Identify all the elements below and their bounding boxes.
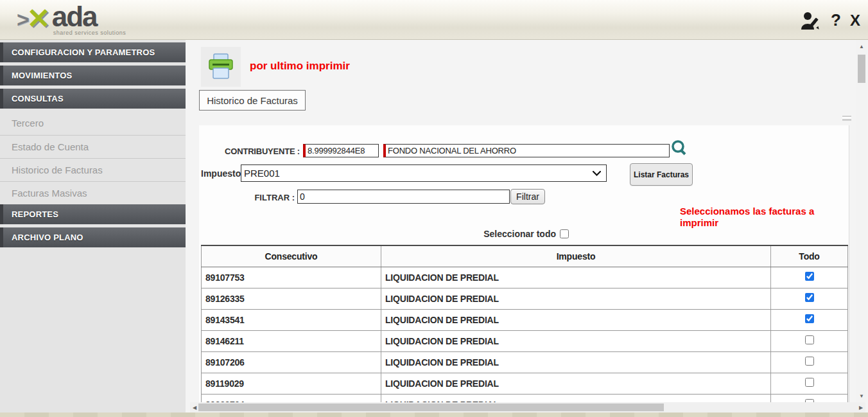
row-checkbox[interactable] xyxy=(805,272,814,281)
table-row: 89263704LIQUIDACION DE PREDIAL xyxy=(202,394,848,402)
cell-impuesto: LIQUIDACION DE PREDIAL xyxy=(381,330,771,351)
vertical-scrollbar[interactable]: ▲ ▼ xyxy=(856,40,867,402)
cell-consecutivo: 89126335 xyxy=(202,288,381,309)
sidebar-item-archivo-plano[interactable]: ARCHIVO PLANO xyxy=(0,227,186,247)
logo-tagline: shared services solutions xyxy=(53,30,126,36)
table-header-row: Consecutivo Impuesto Todo xyxy=(202,245,848,267)
facturas-tbody: 89107753LIQUIDACION DE PREDIAL89126335LI… xyxy=(202,267,848,402)
top-banner: > ✕ ada shared services solutions ? X xyxy=(0,0,868,40)
filtrar-input[interactable] xyxy=(297,190,510,204)
select-all-label: Seleccionar todo xyxy=(483,229,556,239)
cell-impuesto: LIQUIDACION DE PREDIAL xyxy=(381,394,771,402)
col-header-consecutivo: Consecutivo xyxy=(202,245,381,267)
horizontal-scrollbar[interactable]: ◀ ▶ xyxy=(190,402,865,413)
impuesto-select[interactable]: PRE001 xyxy=(241,164,607,182)
scroll-up-arrow-icon[interactable]: ▲ xyxy=(856,41,867,51)
resize-grip-icon[interactable] xyxy=(842,116,851,121)
sidebar-item-configuracion-y-parametros[interactable]: CONFIGURACION Y PARAMETROS xyxy=(0,42,186,62)
table-row: 89126335LIQUIDACION DE PREDIAL xyxy=(202,288,848,309)
help-icon[interactable]: ? xyxy=(831,10,841,30)
cell-todo xyxy=(771,373,848,394)
cell-impuesto: LIQUIDACION DE PREDIAL xyxy=(381,267,771,288)
filtrar-button[interactable]: Filtrar xyxy=(510,189,545,204)
scroll-right-arrow-icon[interactable]: ▶ xyxy=(856,402,865,413)
filtrar-label: FILTRAR : xyxy=(244,193,295,202)
cell-todo xyxy=(771,351,848,373)
logo-wordmark: ada xyxy=(52,3,126,31)
row-checkbox[interactable] xyxy=(805,357,814,366)
cell-todo xyxy=(771,288,848,309)
vertical-scrollbar-thumb[interactable] xyxy=(858,55,865,83)
table-row: 89143541LIQUIDACION DE PREDIAL xyxy=(202,309,848,330)
print-button[interactable] xyxy=(201,47,241,87)
select-all-row: Seleccionar todo xyxy=(385,228,569,240)
sidebar: CONFIGURACION Y PARAMETROSMOVIMIENTOSCON… xyxy=(0,40,186,413)
cell-consecutivo: 89107753 xyxy=(202,267,381,288)
horizontal-scrollbar-thumb[interactable] xyxy=(198,404,664,411)
cell-consecutivo: 89263704 xyxy=(202,394,381,402)
cell-impuesto: LIQUIDACION DE PREDIAL xyxy=(381,288,771,309)
sidebar-item-estado-de-cuenta[interactable]: Estado de Cuenta xyxy=(0,135,186,158)
annotation-print-note: por ultimo imprimir xyxy=(250,60,350,73)
cell-todo xyxy=(771,309,848,330)
cell-todo xyxy=(771,267,848,288)
facturas-table-wrap: Consecutivo Impuesto Todo 89107753LIQUID… xyxy=(201,245,848,402)
cell-consecutivo: 89119029 xyxy=(202,373,381,394)
contribuyente-name-input[interactable] xyxy=(383,144,670,157)
listar-facturas-button[interactable]: Listar Facturas xyxy=(630,163,693,186)
annotation-select-note: Seleccionamos las facturas a imprimir xyxy=(680,206,840,229)
sidebar-item-consultas[interactable]: CONSULTAS xyxy=(0,89,186,109)
impuesto-selected-value: PRE001 xyxy=(244,168,280,179)
table-row: 89146211LIQUIDACION DE PREDIAL xyxy=(202,330,848,351)
user-edit-icon[interactable] xyxy=(800,11,822,30)
row-checkbox[interactable] xyxy=(805,335,814,344)
facturas-table: Consecutivo Impuesto Todo 89107753LIQUID… xyxy=(201,245,848,402)
chevron-down-icon xyxy=(593,171,601,176)
cell-consecutivo: 89143541 xyxy=(202,309,381,330)
row-checkbox[interactable] xyxy=(805,293,814,302)
contribuyente-label: CONTRIBUYENTE : xyxy=(216,146,300,156)
app-window: > ✕ ada shared services solutions ? X CO… xyxy=(0,0,868,417)
printer-icon xyxy=(206,53,236,81)
sidebar-item-movimientos[interactable]: MOVIMIENTOS xyxy=(0,66,186,85)
cell-consecutivo: 89146211 xyxy=(202,330,381,351)
contribuyente-code-input[interactable] xyxy=(303,144,379,157)
scroll-left-arrow-icon[interactable]: ◀ xyxy=(190,402,199,413)
sidebar-nav: CONFIGURACION Y PARAMETROSMOVIMIENTOSCON… xyxy=(0,40,186,247)
scroll-down-arrow-icon[interactable]: ▼ xyxy=(856,391,867,401)
page-title-box[interactable]: Historico de Facturas xyxy=(199,90,306,111)
impuesto-label: Impuesto xyxy=(201,168,241,179)
cell-impuesto: LIQUIDACION DE PREDIAL xyxy=(381,309,771,330)
col-header-todo: Todo xyxy=(771,245,848,267)
cell-consecutivo: 89107206 xyxy=(202,351,381,373)
logo-x-icon: ✕ xyxy=(27,3,51,35)
col-header-impuesto: Impuesto xyxy=(381,245,771,267)
sidebar-item-reportes[interactable]: REPORTES xyxy=(0,204,186,224)
sidebar-item-facturas-masivas[interactable]: Facturas Masivas xyxy=(0,181,186,204)
cell-impuesto: LIQUIDACION DE PREDIAL xyxy=(381,351,771,373)
table-row: 89119029LIQUIDACION DE PREDIAL xyxy=(202,373,848,394)
table-row: 89107753LIQUIDACION DE PREDIAL xyxy=(202,267,848,288)
cell-impuesto: LIQUIDACION DE PREDIAL xyxy=(381,373,771,394)
search-icon[interactable] xyxy=(670,139,688,157)
close-icon[interactable]: X xyxy=(850,12,860,30)
cell-todo xyxy=(771,394,848,402)
row-checkbox[interactable] xyxy=(805,314,814,323)
select-all-checkbox[interactable] xyxy=(560,229,569,238)
ada-logo: > ✕ ada shared services solutions xyxy=(17,3,126,36)
sidebar-item-tercero[interactable]: Tercero xyxy=(0,112,186,135)
bottom-strip xyxy=(0,413,868,417)
sidebar-item-historico-de-facturas[interactable]: Historico de Facturas xyxy=(0,158,186,181)
cell-todo xyxy=(771,330,848,351)
table-row: 89107206LIQUIDACION DE PREDIAL xyxy=(202,351,848,373)
row-checkbox[interactable] xyxy=(805,378,814,387)
